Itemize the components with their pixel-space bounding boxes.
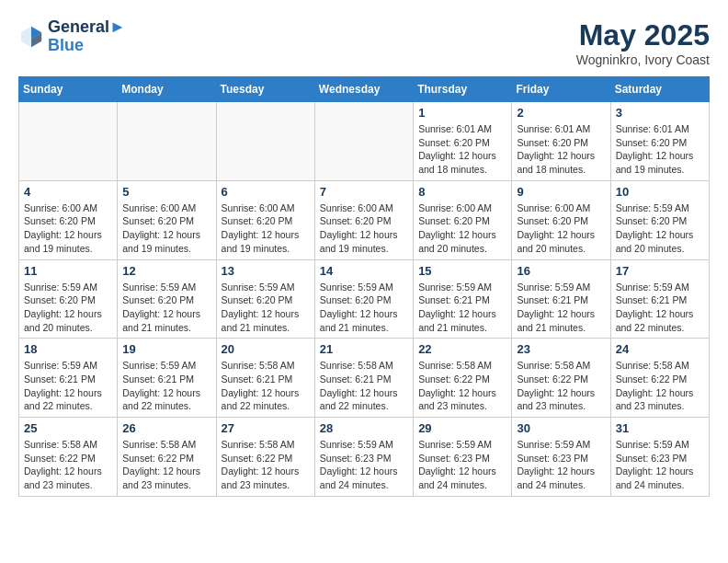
day-number: 7 xyxy=(320,185,408,199)
week-row-5: 25Sunrise: 5:58 AM Sunset: 6:22 PM Dayli… xyxy=(19,418,710,497)
calendar-cell: 19Sunrise: 5:59 AM Sunset: 6:21 PM Dayli… xyxy=(118,339,216,418)
day-info: Sunrise: 5:59 AM Sunset: 6:21 PM Dayligh… xyxy=(517,281,605,335)
weekday-header-friday: Friday xyxy=(512,77,610,102)
day-info: Sunrise: 5:59 AM Sunset: 6:23 PM Dayligh… xyxy=(616,438,704,492)
day-number: 6 xyxy=(222,185,310,199)
day-number: 25 xyxy=(24,421,112,435)
day-number: 22 xyxy=(418,342,506,356)
calendar-cell xyxy=(118,102,216,181)
day-number: 16 xyxy=(517,264,605,278)
day-info: Sunrise: 6:00 AM Sunset: 6:20 PM Dayligh… xyxy=(320,201,408,256)
weekday-header-saturday: Saturday xyxy=(610,77,709,102)
logo-icon xyxy=(18,24,44,50)
weekday-header-monday: Monday xyxy=(118,77,216,102)
day-number: 29 xyxy=(418,421,506,435)
day-info: Sunrise: 5:58 AM Sunset: 6:21 PM Dayligh… xyxy=(222,359,310,413)
calendar-cell: 13Sunrise: 5:59 AM Sunset: 6:20 PM Dayli… xyxy=(216,259,314,339)
calendar-cell: 14Sunrise: 5:59 AM Sunset: 6:20 PM Dayli… xyxy=(314,259,413,339)
calendar-cell: 17Sunrise: 5:59 AM Sunset: 6:21 PM Dayli… xyxy=(610,259,709,339)
logo: General► Blue xyxy=(18,18,126,55)
day-number: 14 xyxy=(320,264,408,278)
day-info: Sunrise: 6:00 AM Sunset: 6:20 PM Dayligh… xyxy=(222,201,310,256)
weekday-header-wednesday: Wednesday xyxy=(314,77,413,102)
day-info: Sunrise: 6:01 AM Sunset: 6:20 PM Dayligh… xyxy=(517,122,605,177)
calendar-header-row: SundayMondayTuesdayWednesdayThursdayFrid… xyxy=(19,77,710,102)
calendar-cell: 4Sunrise: 6:00 AM Sunset: 6:20 PM Daylig… xyxy=(19,180,118,259)
day-number: 2 xyxy=(517,106,605,120)
day-info: Sunrise: 5:59 AM Sunset: 6:23 PM Dayligh… xyxy=(418,438,506,492)
day-info: Sunrise: 5:59 AM Sunset: 6:23 PM Dayligh… xyxy=(517,438,605,492)
calendar-cell: 23Sunrise: 5:58 AM Sunset: 6:22 PM Dayli… xyxy=(512,339,610,418)
day-info: Sunrise: 5:59 AM Sunset: 6:20 PM Dayligh… xyxy=(222,281,310,335)
calendar-cell: 11Sunrise: 5:59 AM Sunset: 6:20 PM Dayli… xyxy=(19,259,118,339)
day-number: 27 xyxy=(222,421,310,435)
calendar-cell: 6Sunrise: 6:00 AM Sunset: 6:20 PM Daylig… xyxy=(216,180,314,259)
calendar-cell xyxy=(314,102,413,181)
day-number: 5 xyxy=(122,185,210,199)
day-info: Sunrise: 5:59 AM Sunset: 6:20 PM Dayligh… xyxy=(24,281,112,335)
calendar-cell: 12Sunrise: 5:59 AM Sunset: 6:20 PM Dayli… xyxy=(118,259,216,339)
day-number: 31 xyxy=(616,421,704,435)
week-row-2: 4Sunrise: 6:00 AM Sunset: 6:20 PM Daylig… xyxy=(19,180,710,259)
logo-text: General► Blue xyxy=(48,18,126,55)
calendar-cell: 2Sunrise: 6:01 AM Sunset: 6:20 PM Daylig… xyxy=(512,102,610,181)
calendar-cell: 18Sunrise: 5:59 AM Sunset: 6:21 PM Dayli… xyxy=(19,339,118,418)
day-info: Sunrise: 6:00 AM Sunset: 6:20 PM Dayligh… xyxy=(122,201,210,256)
calendar-cell: 15Sunrise: 5:59 AM Sunset: 6:21 PM Dayli… xyxy=(414,259,512,339)
calendar-cell: 16Sunrise: 5:59 AM Sunset: 6:21 PM Dayli… xyxy=(512,259,610,339)
calendar-cell: 9Sunrise: 6:00 AM Sunset: 6:20 PM Daylig… xyxy=(512,180,610,259)
calendar-cell: 27Sunrise: 5:58 AM Sunset: 6:22 PM Dayli… xyxy=(216,418,314,497)
calendar-cell: 10Sunrise: 5:59 AM Sunset: 6:20 PM Dayli… xyxy=(610,180,709,259)
calendar-cell: 7Sunrise: 6:00 AM Sunset: 6:20 PM Daylig… xyxy=(314,180,413,259)
calendar-cell: 25Sunrise: 5:58 AM Sunset: 6:22 PM Dayli… xyxy=(19,418,118,497)
calendar-cell: 28Sunrise: 5:59 AM Sunset: 6:23 PM Dayli… xyxy=(314,418,413,497)
location: Wogninkro, Ivory Coast xyxy=(576,52,710,67)
calendar-cell: 20Sunrise: 5:58 AM Sunset: 6:21 PM Dayli… xyxy=(216,339,314,418)
day-info: Sunrise: 5:58 AM Sunset: 6:21 PM Dayligh… xyxy=(320,359,408,413)
calendar: SundayMondayTuesdayWednesdayThursdayFrid… xyxy=(18,76,710,497)
day-number: 13 xyxy=(222,264,310,278)
day-number: 11 xyxy=(24,264,112,278)
week-row-1: 1Sunrise: 6:01 AM Sunset: 6:20 PM Daylig… xyxy=(19,102,710,181)
day-number: 1 xyxy=(418,106,506,120)
day-number: 8 xyxy=(418,185,506,199)
day-info: Sunrise: 5:59 AM Sunset: 6:21 PM Dayligh… xyxy=(122,359,210,413)
day-info: Sunrise: 6:01 AM Sunset: 6:20 PM Dayligh… xyxy=(418,122,506,177)
day-number: 12 xyxy=(122,264,210,278)
day-info: Sunrise: 5:58 AM Sunset: 6:22 PM Dayligh… xyxy=(517,359,605,413)
calendar-cell: 26Sunrise: 5:58 AM Sunset: 6:22 PM Dayli… xyxy=(118,418,216,497)
calendar-cell: 31Sunrise: 5:59 AM Sunset: 6:23 PM Dayli… xyxy=(610,418,709,497)
day-number: 17 xyxy=(616,264,704,278)
page-header: General► Blue May 2025 Wogninkro, Ivory … xyxy=(18,18,710,67)
day-info: Sunrise: 5:58 AM Sunset: 6:22 PM Dayligh… xyxy=(24,438,112,492)
calendar-cell: 24Sunrise: 5:58 AM Sunset: 6:22 PM Dayli… xyxy=(610,339,709,418)
day-info: Sunrise: 5:59 AM Sunset: 6:20 PM Dayligh… xyxy=(320,281,408,335)
day-number: 23 xyxy=(517,342,605,356)
day-info: Sunrise: 5:58 AM Sunset: 6:22 PM Dayligh… xyxy=(616,359,704,413)
weekday-header-tuesday: Tuesday xyxy=(216,77,314,102)
title-block: May 2025 Wogninkro, Ivory Coast xyxy=(576,18,710,67)
day-info: Sunrise: 6:00 AM Sunset: 6:20 PM Dayligh… xyxy=(418,201,506,256)
month-year: May 2025 xyxy=(576,18,710,52)
day-number: 24 xyxy=(616,342,704,356)
day-number: 28 xyxy=(320,421,408,435)
calendar-cell: 21Sunrise: 5:58 AM Sunset: 6:21 PM Dayli… xyxy=(314,339,413,418)
calendar-cell: 30Sunrise: 5:59 AM Sunset: 6:23 PM Dayli… xyxy=(512,418,610,497)
calendar-cell: 29Sunrise: 5:59 AM Sunset: 6:23 PM Dayli… xyxy=(414,418,512,497)
day-info: Sunrise: 5:59 AM Sunset: 6:21 PM Dayligh… xyxy=(24,359,112,413)
day-info: Sunrise: 5:59 AM Sunset: 6:20 PM Dayligh… xyxy=(616,201,704,256)
day-number: 30 xyxy=(517,421,605,435)
day-number: 26 xyxy=(122,421,210,435)
calendar-cell: 1Sunrise: 6:01 AM Sunset: 6:20 PM Daylig… xyxy=(414,102,512,181)
calendar-cell: 8Sunrise: 6:00 AM Sunset: 6:20 PM Daylig… xyxy=(414,180,512,259)
day-info: Sunrise: 5:59 AM Sunset: 6:21 PM Dayligh… xyxy=(418,281,506,335)
day-number: 18 xyxy=(24,342,112,356)
day-info: Sunrise: 6:00 AM Sunset: 6:20 PM Dayligh… xyxy=(24,201,112,256)
calendar-cell: 22Sunrise: 5:58 AM Sunset: 6:22 PM Dayli… xyxy=(414,339,512,418)
weekday-header-sunday: Sunday xyxy=(19,77,118,102)
day-info: Sunrise: 5:59 AM Sunset: 6:23 PM Dayligh… xyxy=(320,438,408,492)
day-info: Sunrise: 5:58 AM Sunset: 6:22 PM Dayligh… xyxy=(222,438,310,492)
day-number: 10 xyxy=(616,185,704,199)
day-info: Sunrise: 5:58 AM Sunset: 6:22 PM Dayligh… xyxy=(418,359,506,413)
day-info: Sunrise: 6:00 AM Sunset: 6:20 PM Dayligh… xyxy=(517,201,605,256)
